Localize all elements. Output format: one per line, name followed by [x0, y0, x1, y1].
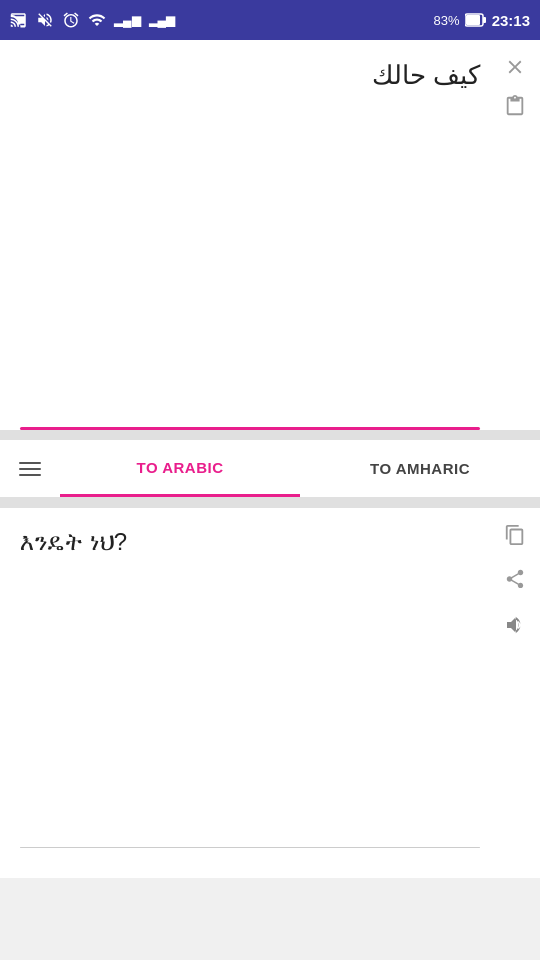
cast-icon — [10, 11, 28, 29]
share-output-icon[interactable] — [504, 568, 526, 590]
status-left-icons: ▂▄▆ ▂▄▆ — [10, 11, 175, 29]
copy-output-icon[interactable] — [504, 524, 526, 546]
menu-icon-button[interactable] — [0, 462, 60, 476]
volume-muted-icon — [36, 11, 54, 29]
svg-rect-2 — [483, 17, 486, 23]
divider-2 — [0, 498, 540, 508]
close-icon[interactable] — [504, 56, 526, 78]
output-text: እንዴት ነህ? — [20, 528, 480, 556]
divider-1 — [0, 430, 540, 440]
signal-icon: ▂▄▆ — [114, 13, 141, 27]
tab-bar: TO ARABIC TO AMHARIC — [0, 440, 540, 498]
status-right-info: 83% 23:13 — [434, 12, 530, 29]
input-card: كيف حالك — [0, 40, 540, 430]
svg-rect-1 — [466, 15, 480, 25]
battery-percent: 83% — [434, 13, 460, 28]
alarm-icon — [62, 11, 80, 29]
time: 23:13 — [492, 12, 530, 29]
tab-amharic[interactable]: TO AMHARIC — [300, 440, 540, 497]
status-bar: ▂▄▆ ▂▄▆ 83% 23:13 — [0, 0, 540, 40]
tab-arabic[interactable]: TO ARABIC — [60, 440, 300, 497]
battery-icon — [465, 13, 487, 27]
output-underline — [20, 847, 480, 849]
clipboard-icon[interactable] — [504, 95, 526, 117]
hamburger-icon — [19, 462, 41, 476]
sound-output-icon[interactable] — [502, 613, 526, 637]
wifi-icon — [88, 11, 106, 29]
input-text[interactable]: كيف حالك — [20, 60, 480, 91]
signal-icon2: ▂▄▆ — [149, 13, 176, 27]
output-card: እንዴት ነህ? — [0, 508, 540, 878]
input-underline — [20, 427, 480, 430]
